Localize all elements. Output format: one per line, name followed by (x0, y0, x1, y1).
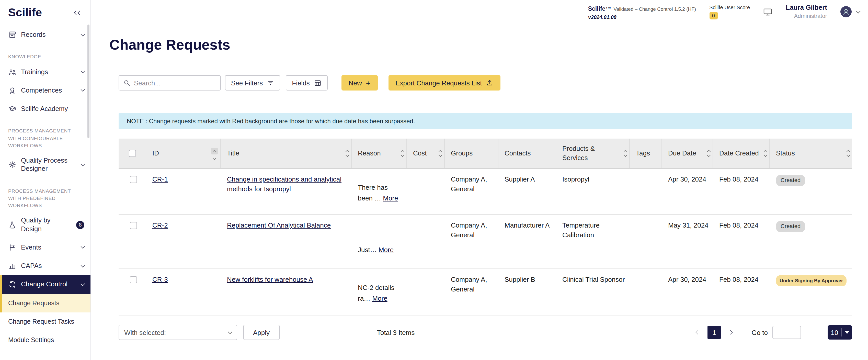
change-request-title-link[interactable]: Replacement Of Analytical Balance (227, 221, 331, 229)
sidebar-scrollbar[interactable] (87, 25, 89, 138)
display-icon[interactable] (763, 8, 772, 16)
cell-date-created: Feb 08, 2024 (713, 215, 770, 268)
sidebar-item-quality-by-design[interactable]: Quality by Design 8 (0, 211, 91, 238)
sort-control[interactable] (847, 139, 849, 168)
column-label: Due Date (668, 149, 696, 158)
sidebar-item-capas[interactable]: CAPAs (0, 257, 91, 275)
records-icon (8, 31, 17, 39)
cell-reason: There has been … More (352, 169, 407, 214)
sidebar-item-label: Quality Process Designer (21, 156, 77, 173)
row-checkbox[interactable] (130, 176, 137, 183)
previous-page-button[interactable] (694, 329, 701, 336)
select-all-cell (119, 139, 146, 168)
goto-page-input[interactable] (772, 326, 801, 339)
sidebar-item-competences[interactable]: Competences (0, 81, 91, 100)
academy-icon (8, 105, 17, 113)
row-checkbox[interactable] (130, 276, 137, 283)
column-header-id[interactable]: ID (146, 139, 221, 168)
see-filters-button[interactable]: See Filters (225, 75, 280, 91)
row-checkbox[interactable] (130, 222, 137, 229)
sidebar-collapse-icon[interactable] (72, 9, 83, 17)
user-score-badge: 0 (709, 11, 717, 19)
change-request-id-link[interactable]: CR-1 (152, 175, 168, 183)
sort-control[interactable] (708, 139, 710, 168)
fields-button[interactable]: Fields (286, 75, 328, 91)
current-page-button[interactable]: 1 (708, 326, 721, 339)
column-header-reason[interactable]: Reason (352, 139, 407, 168)
search-box (119, 75, 221, 91)
user-menu-chevron-icon[interactable] (856, 9, 861, 13)
new-label: New (349, 79, 362, 87)
sidebar-item-label: CAPAs (21, 262, 77, 270)
search-input[interactable] (134, 79, 216, 87)
column-header-date-created[interactable]: Date Created (713, 139, 770, 168)
sidebar-item-change-control[interactable]: Change Control (0, 275, 91, 294)
sort-control[interactable] (346, 139, 349, 168)
user-name: Laura Gilbert (786, 4, 827, 12)
reason-text: Just… (358, 246, 377, 253)
cell-contacts: Supplier B (498, 269, 556, 316)
sort-control[interactable] (439, 139, 442, 168)
reason-more-link[interactable]: More (383, 194, 398, 204)
column-header-due-date[interactable]: Due Date (662, 139, 713, 168)
change-request-id-link[interactable]: CR-3 (152, 276, 168, 283)
cell-tags (630, 169, 662, 214)
sort-control[interactable] (211, 139, 218, 168)
select-all-checkbox[interactable] (129, 150, 136, 157)
sidebar-section-knowledge: KNOWLEDGE (0, 50, 91, 63)
cell-products-services: Isopropyl (556, 169, 630, 214)
cell-id: CR-2 (146, 215, 221, 268)
sidebar-item-quality-process-designer[interactable]: Quality Process Designer (0, 151, 91, 178)
filter-icon (267, 79, 274, 86)
column-header-cost[interactable]: Cost (407, 139, 445, 168)
sort-control[interactable] (624, 139, 627, 168)
page-size-dropdown[interactable]: 10 (828, 325, 852, 339)
change-request-title-link[interactable]: New forklifts for warehouse A (227, 276, 313, 283)
user-avatar[interactable] (840, 6, 851, 18)
column-header-tags[interactable]: Tags (630, 139, 662, 168)
column-label: Status (776, 149, 795, 158)
note-banner: NOTE : Change requests marked with Red b… (119, 113, 852, 129)
sidebar-item-label: Change Control (21, 280, 77, 289)
next-page-button[interactable] (727, 329, 734, 336)
change-request-title-link[interactable]: Change in specifications and analytical … (227, 175, 341, 193)
user-info-block: Laura Gilbert Administrator (786, 4, 827, 20)
export-label: Export Change Requests List (395, 79, 482, 87)
column-header-groups[interactable]: Groups (445, 139, 498, 168)
sidebar-item-label: Scilife Academy (21, 105, 84, 113)
apply-button[interactable]: Apply (243, 325, 279, 340)
column-label: Products & Services (562, 145, 619, 162)
export-change-requests-button[interactable]: Export Change Requests List (388, 75, 500, 91)
sidebar-item-events[interactable]: Events (0, 238, 91, 257)
sort-control[interactable] (764, 139, 767, 168)
sort-up-icon (624, 150, 627, 153)
column-header-contacts[interactable]: Contacts (498, 139, 556, 168)
sort-down-icon (401, 153, 404, 157)
page-content: See Filters Fields New + Export Change R… (119, 53, 852, 340)
new-button[interactable]: New + (341, 75, 378, 91)
with-selected-label: With selected: (124, 329, 166, 336)
sidebar-item-scilife-academy[interactable]: Scilife Academy (0, 100, 91, 118)
column-header-status[interactable]: Status (770, 139, 852, 168)
see-filters-label: See Filters (231, 79, 263, 87)
sort-up-icon (764, 150, 767, 153)
column-header-products-services[interactable]: Products & Services (556, 139, 630, 168)
cell-id: CR-3 (146, 269, 221, 316)
sidebar-item-records[interactable]: Records (0, 26, 91, 44)
column-header-title[interactable]: Title (221, 139, 352, 168)
sidebar-subitem-change-request-tasks[interactable]: Change Request Tasks (0, 312, 91, 331)
sidebar-subitem-change-requests[interactable]: Change Requests (0, 294, 91, 312)
column-label: Date Created (719, 149, 759, 158)
reason-more-link[interactable]: More (378, 245, 394, 255)
cell-status: Under Signing By Approver (770, 269, 852, 316)
page-title: Change Requests (110, 37, 868, 53)
sort-control[interactable] (401, 139, 404, 168)
sidebar: Scilife Records KNOWLEDGE Trainings Comp… (0, 0, 91, 360)
reason-more-link[interactable]: More (372, 294, 387, 304)
quality-by-design-count-badge: 8 (76, 221, 84, 229)
change-request-id-link[interactable]: CR-2 (152, 221, 168, 229)
with-selected-dropdown[interactable]: With selected: (119, 325, 237, 340)
sidebar-subitem-module-settings[interactable]: Module Settings (0, 331, 91, 349)
status-badge: Created (776, 221, 805, 232)
sidebar-item-trainings[interactable]: Trainings (0, 63, 91, 81)
